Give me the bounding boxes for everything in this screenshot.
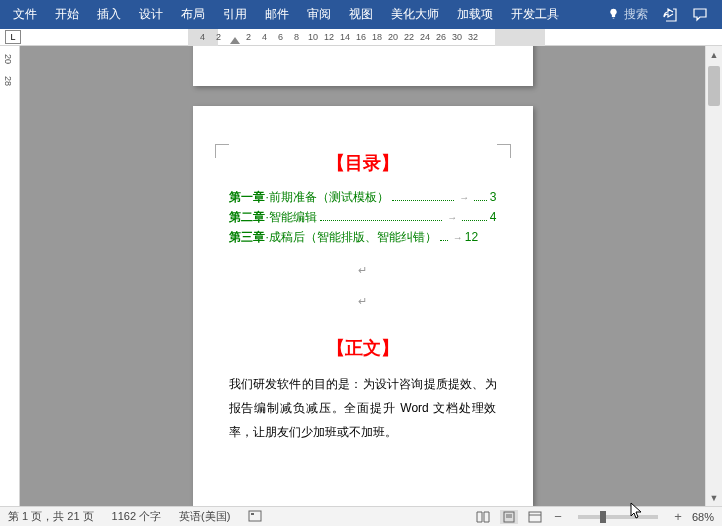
menu-developer[interactable]: 开发工具 xyxy=(502,0,568,29)
comments-icon[interactable] xyxy=(692,7,708,23)
paragraph-mark-icon: ↵ xyxy=(223,264,503,277)
menu-references[interactable]: 引用 xyxy=(214,0,256,29)
toc-name: ·智能编辑 xyxy=(266,209,317,226)
tab-selector[interactable]: L xyxy=(5,30,21,44)
toc-chapter: 第二章 xyxy=(229,209,265,226)
toc-leader xyxy=(440,232,448,241)
zoom-out-button[interactable]: − xyxy=(552,509,564,524)
status-word-count[interactable]: 1162 个字 xyxy=(112,509,162,524)
margin-corner-icon xyxy=(497,144,511,158)
toc-entry[interactable]: 第一章 ·前期准备（测试模板） → 3 xyxy=(229,189,497,206)
view-read-mode-button[interactable] xyxy=(474,510,492,524)
toc-name: ·成稿后（智能排版、智能纠错） xyxy=(266,229,437,246)
scroll-thumb[interactable] xyxy=(708,66,720,106)
toc-page: 12 xyxy=(465,230,478,244)
horizontal-ruler[interactable]: L 4 2 2 4 6 8 10 12 14 16 18 20 22 24 26… xyxy=(0,29,722,46)
page-area[interactable]: 【目录】 第一章 ·前期准备（测试模板） → 3 第二章 ·智能编辑 → 4 第… xyxy=(20,46,705,506)
menu-layout[interactable]: 布局 xyxy=(172,0,214,29)
menu-bar: 文件 开始 插入 设计 布局 引用 邮件 审阅 视图 美化大师 加载项 开发工具… xyxy=(0,0,722,29)
status-language[interactable]: 英语(美国) xyxy=(179,509,230,524)
menu-review[interactable]: 审阅 xyxy=(298,0,340,29)
view-print-layout-button[interactable] xyxy=(500,510,518,524)
zoom-in-button[interactable]: + xyxy=(672,509,684,524)
status-macro-icon[interactable] xyxy=(248,510,262,524)
paragraph-mark-icon: ↵ xyxy=(223,295,503,308)
menu-home[interactable]: 开始 xyxy=(46,0,88,29)
body-heading[interactable]: 【正文】 xyxy=(223,336,503,360)
zoom-level[interactable]: 68% xyxy=(692,511,714,523)
document-workspace: 20 28 【目录】 第一章 ·前期准备（测试模板） → 3 第二章 ·智能编辑… xyxy=(0,46,705,506)
indent-marker[interactable] xyxy=(230,37,240,44)
scroll-down-button[interactable]: ▼ xyxy=(706,489,722,506)
toc-heading[interactable]: 【目录】 xyxy=(223,151,503,175)
menu-design[interactable]: 设计 xyxy=(130,0,172,29)
menu-mailings[interactable]: 邮件 xyxy=(256,0,298,29)
svg-rect-1 xyxy=(251,513,254,515)
status-bar: 第 1 页，共 21 页 1162 个字 英语(美国) − + 68% xyxy=(0,506,722,526)
toc-leader xyxy=(474,192,487,201)
toc-chapter: 第一章 xyxy=(229,189,265,206)
zoom-slider[interactable] xyxy=(578,515,658,519)
scroll-up-button[interactable]: ▲ xyxy=(706,46,722,63)
lightbulb-icon xyxy=(607,8,620,21)
toc-chapter: 第三章 xyxy=(229,229,265,246)
tab-arrow-icon: → xyxy=(459,192,469,203)
status-page[interactable]: 第 1 页，共 21 页 xyxy=(8,509,94,524)
menu-file[interactable]: 文件 xyxy=(4,0,46,29)
document-page[interactable]: 【目录】 第一章 ·前期准备（测试模板） → 3 第二章 ·智能编辑 → 4 第… xyxy=(193,106,533,506)
toc-leader xyxy=(392,192,454,201)
toc-name: ·前期准备（测试模板） xyxy=(266,189,389,206)
toc-leader xyxy=(320,212,442,221)
body-paragraph[interactable]: 我们研发软件的目的是：为设计咨询提质提效、为报告编制减负减压。全面提升 Word… xyxy=(229,372,497,444)
svg-rect-5 xyxy=(529,512,541,522)
tab-arrow-icon: → xyxy=(447,212,457,223)
toc-entry[interactable]: 第三章 ·成稿后（智能排版、智能纠错） → 12 xyxy=(229,229,497,246)
ruler-scale: 4 2 2 4 6 8 10 12 14 16 18 20 22 24 26 3… xyxy=(188,29,702,46)
svg-rect-0 xyxy=(249,511,261,521)
menu-addins[interactable]: 加载项 xyxy=(448,0,502,29)
search-placeholder: 搜索 xyxy=(624,6,648,23)
zoom-slider-thumb[interactable] xyxy=(600,511,606,523)
vertical-scrollbar[interactable]: ▲ ▼ xyxy=(705,46,722,506)
tell-me-search[interactable]: 搜索 xyxy=(607,6,648,23)
menu-view[interactable]: 视图 xyxy=(340,0,382,29)
toc-leader xyxy=(462,212,487,221)
tab-arrow-icon: → xyxy=(453,232,463,243)
vertical-ruler[interactable]: 20 28 xyxy=(0,46,20,506)
margin-corner-icon xyxy=(215,144,229,158)
toc-entry[interactable]: 第二章 ·智能编辑 → 4 xyxy=(229,209,497,226)
share-icon[interactable] xyxy=(662,7,678,23)
toc-page: 4 xyxy=(490,210,497,224)
menu-insert[interactable]: 插入 xyxy=(88,0,130,29)
document-page-prev[interactable] xyxy=(193,46,533,86)
toc-page: 3 xyxy=(490,190,497,204)
menu-beautify[interactable]: 美化大师 xyxy=(382,0,448,29)
view-web-layout-button[interactable] xyxy=(526,510,544,524)
